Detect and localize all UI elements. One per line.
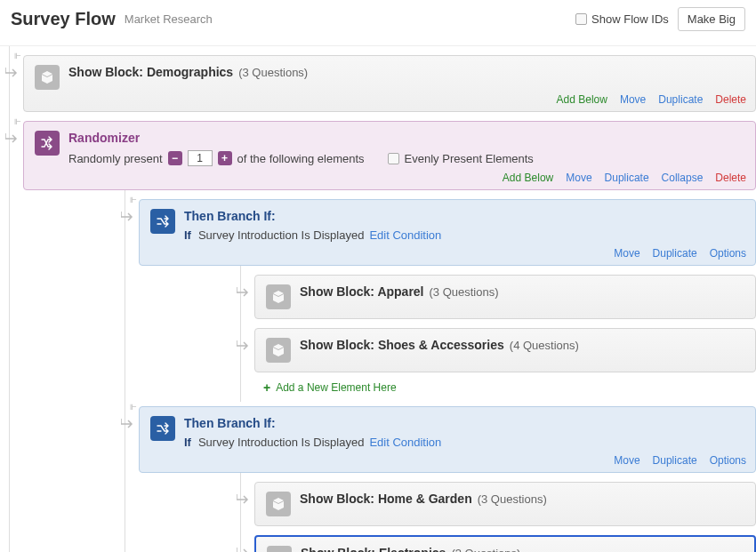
block-apparel[interactable]: Show Block: Apparel (3 Questions) xyxy=(254,275,756,319)
random-suffix: of the following elements xyxy=(237,152,365,165)
question-count: (3 Questions) xyxy=(430,285,499,299)
connector-icon xyxy=(121,419,133,429)
even-label: Evenly Present Elements xyxy=(405,152,534,165)
options-link[interactable]: Options xyxy=(710,454,746,467)
checkbox-icon xyxy=(575,13,587,25)
drag-stub[interactable]: ⊩ xyxy=(14,52,21,60)
make-bigger-button[interactable]: Make Big xyxy=(678,7,745,31)
duplicate-link[interactable]: Duplicate xyxy=(605,172,649,184)
connector-icon xyxy=(121,212,133,222)
block-icon xyxy=(266,338,291,363)
connector-icon xyxy=(237,494,249,505)
branch-condition: Survey Introduction Is Displayed xyxy=(198,228,364,242)
duplicate-link[interactable]: Duplicate xyxy=(658,93,703,106)
random-count-input[interactable]: 1 xyxy=(188,150,213,166)
move-link[interactable]: Move xyxy=(566,172,591,184)
delete-link[interactable]: Delete xyxy=(715,172,746,184)
branch-node[interactable]: Then Branch If: If Survey Introduction I… xyxy=(139,199,756,266)
question-count: (3 Questions) xyxy=(451,547,520,552)
connector-icon xyxy=(237,548,249,552)
randomizer-title: Randomizer xyxy=(68,131,140,145)
branch-title: Then Branch If: xyxy=(184,416,276,430)
add-element-label: Add a New Element Here xyxy=(276,381,396,394)
branch-icon xyxy=(150,416,175,441)
delete-link[interactable]: Delete xyxy=(715,93,746,106)
if-label: If xyxy=(184,436,191,449)
add-below-link[interactable]: Add Below xyxy=(503,172,553,184)
survey-name: Market Research xyxy=(125,12,213,26)
collapse-link[interactable]: Collapse xyxy=(662,172,704,184)
flow-rail xyxy=(240,242,241,402)
block-icon xyxy=(35,65,60,90)
question-count: (3 Questions) xyxy=(238,66,308,79)
add-below-link[interactable]: Add Below xyxy=(557,93,607,106)
move-link[interactable]: Move xyxy=(620,93,646,106)
drag-stub[interactable]: ⊩ xyxy=(14,117,21,126)
options-link[interactable]: Options xyxy=(710,247,746,260)
plus-icon: + xyxy=(263,381,270,394)
randomizer-node[interactable]: Randomizer Randomly present − 1 + of the… xyxy=(23,121,756,190)
drag-stub[interactable]: ⊩ xyxy=(130,196,137,204)
question-count: (4 Questions) xyxy=(510,339,579,352)
decrement-button[interactable]: − xyxy=(168,151,182,165)
add-element-link[interactable]: + Add a New Element Here xyxy=(263,381,756,394)
move-link[interactable]: Move xyxy=(614,247,639,260)
block-title: Show Block: Demographics xyxy=(68,65,233,79)
block-icon xyxy=(266,284,291,309)
block-shoes[interactable]: Show Block: Shoes & Accessories (4 Quest… xyxy=(254,328,756,372)
duplicate-link[interactable]: Duplicate xyxy=(653,454,697,467)
page-title: Survey Flow xyxy=(11,9,116,29)
branch-condition: Survey Introduction Is Displayed xyxy=(198,436,364,449)
branch-node[interactable]: Then Branch If: If Survey Introduction I… xyxy=(139,406,756,473)
flow-rail xyxy=(9,46,10,552)
edit-condition-link[interactable]: Edit Condition xyxy=(369,228,441,242)
connector-icon xyxy=(5,133,18,144)
question-count: (3 Questions) xyxy=(478,492,547,506)
even-checkbox[interactable] xyxy=(388,153,399,164)
block-icon xyxy=(266,492,291,516)
duplicate-link[interactable]: Duplicate xyxy=(653,247,697,260)
branch-title: Then Branch If: xyxy=(184,209,276,223)
edit-condition-link[interactable]: Edit Condition xyxy=(369,436,441,449)
move-link[interactable]: Move xyxy=(614,454,639,467)
if-label: If xyxy=(184,228,191,242)
show-flow-ids-label: Show Flow IDs xyxy=(591,12,669,26)
branch-icon xyxy=(150,209,175,234)
randomize-icon xyxy=(35,131,60,156)
connector-icon xyxy=(237,340,249,351)
block-electronics[interactable]: Show Block: Electronics (3 Questions) xyxy=(254,535,756,552)
block-title: Show Block: Electronics xyxy=(301,546,446,552)
block-title: Show Block: Home & Garden xyxy=(300,492,472,506)
increment-button[interactable]: + xyxy=(218,151,232,165)
block-home-garden[interactable]: Show Block: Home & Garden (3 Questions) xyxy=(254,482,756,526)
connector-icon xyxy=(5,68,18,78)
block-title: Show Block: Apparel xyxy=(300,284,424,299)
drag-stub[interactable]: ⊩ xyxy=(130,403,137,412)
block-demographics[interactable]: Show Block: Demographics (3 Questions) A… xyxy=(23,55,756,112)
block-icon xyxy=(267,546,292,552)
connector-icon xyxy=(237,287,249,298)
show-flow-ids-toggle[interactable]: Show Flow IDs xyxy=(575,12,669,26)
random-prefix: Randomly present xyxy=(68,152,163,165)
block-title: Show Block: Shoes & Accessories xyxy=(300,338,504,352)
